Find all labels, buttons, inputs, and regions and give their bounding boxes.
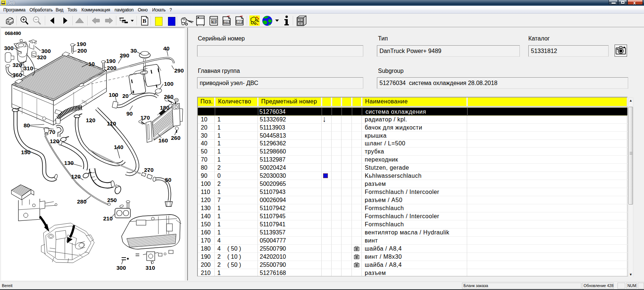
svg-text:150: 150: [21, 149, 31, 155]
svg-text:40: 40: [163, 45, 169, 52]
svg-text:290: 290: [120, 52, 129, 59]
svg-text:30: 30: [130, 47, 137, 54]
svg-text:100: 100: [164, 81, 174, 87]
svg-text:270: 270: [144, 167, 154, 173]
svg-text:320: 320: [13, 62, 22, 68]
svg-text:160: 160: [158, 137, 168, 144]
svg-text:300: 300: [116, 265, 126, 271]
svg-text:50: 50: [165, 177, 171, 183]
svg-text:120: 120: [50, 138, 59, 144]
svg-text:310: 310: [146, 265, 155, 271]
svg-text:123: 123: [237, 21, 242, 24]
svg-text:260: 260: [164, 93, 174, 100]
svg-text:320: 320: [37, 54, 46, 60]
svg-text:10: 10: [88, 61, 95, 67]
svg-text:200: 200: [77, 47, 87, 54]
svg-text:260: 260: [171, 135, 181, 141]
svg-text:120: 120: [86, 117, 95, 123]
svg-text:110: 110: [107, 120, 116, 127]
svg-text:170: 170: [140, 114, 150, 121]
svg-text:80: 80: [24, 122, 30, 128]
svg-text:310: 310: [24, 65, 33, 71]
svg-text:190: 190: [106, 58, 116, 64]
svg-text:ET: ET: [212, 20, 217, 24]
svg-text:90: 90: [126, 110, 133, 117]
svg-text:140: 140: [114, 144, 123, 150]
svg-text:190: 190: [77, 41, 86, 47]
svg-text:300: 300: [4, 45, 14, 51]
svg-text:180: 180: [160, 105, 169, 111]
svg-text:ABC: ABC: [224, 21, 230, 24]
svg-text:210: 210: [103, 215, 113, 222]
svg-text:120: 120: [71, 173, 81, 180]
svg-text:130: 130: [64, 160, 74, 166]
svg-text:360: 360: [13, 72, 22, 78]
svg-text:290: 290: [174, 67, 184, 74]
svg-text:250: 250: [107, 197, 117, 203]
svg-text:200: 200: [107, 65, 116, 71]
svg-text:20: 20: [122, 93, 129, 99]
svg-text:100: 100: [109, 92, 118, 98]
svg-text:70: 70: [49, 129, 55, 135]
svg-text:280: 280: [77, 198, 87, 205]
svg-text:300: 300: [41, 48, 51, 54]
